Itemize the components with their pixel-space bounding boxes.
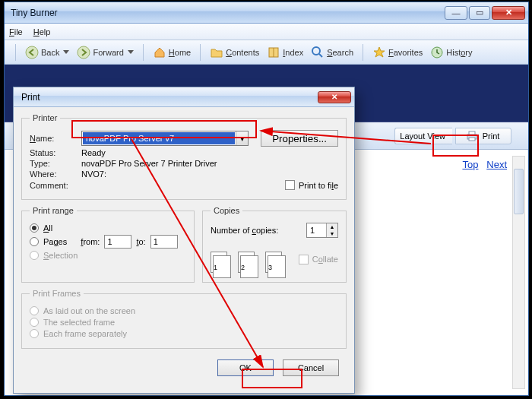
frames-selected-radio: The selected frame [30, 318, 338, 327]
window-title: Tiny Burner [11, 8, 443, 18]
svg-rect-9 [469, 138, 475, 141]
top-link[interactable]: Top [462, 159, 478, 170]
collate-preview-icon: 1 2 3 [211, 252, 282, 273]
printer-legend: Printer [30, 113, 60, 122]
to-input[interactable]: 1 [150, 235, 178, 249]
name-label: Name: [30, 134, 77, 143]
toolbar-home[interactable]: Home [150, 44, 194, 61]
maximize-button[interactable]: ▭ [469, 6, 490, 20]
chevron-down-icon [128, 50, 134, 54]
print-frames-legend: Print Frames [30, 289, 84, 298]
star-icon [372, 46, 386, 59]
search-icon [311, 46, 325, 59]
toolbar-search[interactable]: Search [308, 44, 356, 61]
frames-aslaid-label: As laid out on the screen [43, 306, 135, 315]
toolbar-back-label: Back [41, 48, 59, 57]
dialog-close-button[interactable]: ✕ [318, 91, 351, 103]
toolbar-search-label: Search [327, 48, 353, 57]
forward-icon [77, 46, 90, 59]
spin-up-icon[interactable]: ▲ [327, 223, 337, 230]
print-to-file-checkbox[interactable]: Print to file [285, 180, 338, 190]
frames-each-label: Each frame separately [43, 329, 127, 338]
dialog-titlebar: Print ✕ [14, 87, 354, 107]
svg-rect-8 [469, 131, 475, 135]
printer-icon [465, 129, 479, 143]
chevron-down-icon[interactable]: ▾ [236, 131, 248, 145]
next-link[interactable]: Next [486, 159, 507, 170]
folder-icon [210, 46, 223, 59]
toolbar-contents[interactable]: Contents [207, 44, 262, 61]
dialog-body: Printer Name: novaPDF Pro Server v7 ▾ Pr… [14, 107, 354, 384]
book-icon [267, 46, 280, 59]
from-input[interactable]: 1 [104, 235, 131, 249]
checkbox-icon [299, 255, 309, 264]
layout-view-button[interactable]: Layout View [394, 128, 452, 144]
copies-input[interactable]: 1 ▲▼ [306, 223, 338, 238]
print-dialog: Print ✕ Printer Name: novaPDF Pro Server… [13, 87, 355, 394]
radio-icon [30, 318, 39, 327]
comment-label: Comment: [30, 181, 77, 190]
selection-label: Selection [43, 251, 78, 260]
where-value: NVO7: [81, 169, 106, 179]
chevron-down-icon [63, 50, 69, 54]
range-all-radio[interactable]: All [30, 223, 186, 233]
print-button[interactable]: Print [455, 128, 511, 144]
close-button[interactable]: ✕ [492, 6, 525, 20]
svg-line-5 [319, 54, 322, 57]
radio-icon [30, 251, 39, 260]
toolbar-favorites-label: Favorites [388, 48, 423, 57]
svg-point-0 [26, 46, 38, 59]
frames-each-radio: Each frame separately [30, 329, 338, 338]
toolbar-forward[interactable]: Forward [74, 44, 136, 61]
type-value: novaPDF Pro Server 7 Printer Driver [81, 159, 217, 168]
dialog-title: Print [21, 92, 318, 103]
from-label: from: [81, 237, 100, 246]
radio-icon [30, 329, 39, 338]
svg-point-1 [78, 46, 90, 59]
toolbar-history-label: History [446, 48, 472, 57]
printer-group: Printer Name: novaPDF Pro Server v7 ▾ Pr… [21, 113, 347, 200]
toolbar-index[interactable]: Index [264, 44, 306, 61]
clock-icon [430, 46, 444, 59]
checkbox-icon [285, 180, 295, 190]
range-pages-radio[interactable]: Pages from: 1 to: 1 [30, 235, 186, 249]
vertical-scrollbar[interactable] [512, 156, 525, 389]
frames-aslaid-radio: As laid out on the screen [30, 306, 338, 315]
scroll-thumb[interactable] [514, 169, 524, 214]
collate-checkbox: Collate [299, 255, 338, 264]
status-value: Ready [81, 148, 106, 157]
copies-group: Copies Number of copies: 1 ▲▼ 1 2 3 [202, 206, 347, 283]
radio-icon [30, 237, 39, 246]
printer-name-combo[interactable]: novaPDF Pro Server v7 ▾ [81, 131, 249, 146]
layout-view-label: Layout View [400, 131, 445, 141]
toolbar-favorites[interactable]: Favorites [369, 44, 426, 61]
print-frames-group: Print Frames As laid out on the screen T… [21, 289, 347, 349]
toolbar-history[interactable]: History [427, 44, 475, 61]
range-selection-radio: Selection [30, 251, 186, 260]
window-controls: — ▭ ✕ [443, 6, 525, 20]
menubar: File Help [5, 24, 528, 40]
ok-button[interactable]: OK [217, 359, 274, 376]
spin-down-icon[interactable]: ▼ [327, 230, 337, 237]
menu-help[interactable]: Help [33, 27, 51, 36]
collate-label: Collate [312, 255, 338, 264]
dialog-buttons: OK Cancel [21, 355, 347, 376]
print-range-legend: Print range [30, 206, 77, 215]
to-label: to: [136, 237, 145, 246]
frames-selected-label: The selected frame [43, 318, 115, 327]
toolbar-home-label: Home [169, 48, 191, 57]
copies-legend: Copies [211, 206, 242, 215]
type-label: Type: [30, 159, 77, 168]
status-label: Status: [30, 148, 77, 157]
toolbar-index-label: Index [283, 48, 303, 57]
toolbar-back[interactable]: Back [22, 44, 72, 61]
menu-file[interactable]: File [9, 27, 23, 36]
where-label: Where: [30, 169, 77, 179]
properties-button[interactable]: Properties... [261, 130, 338, 147]
toolbar: Back Forward Home Contents [5, 40, 528, 65]
toolbar-forward-label: Forward [93, 48, 123, 57]
print-to-file-label: Print to file [299, 181, 338, 190]
minimize-button[interactable]: — [445, 6, 467, 20]
cancel-button[interactable]: Cancel [283, 359, 339, 376]
radio-icon [30, 223, 39, 233]
